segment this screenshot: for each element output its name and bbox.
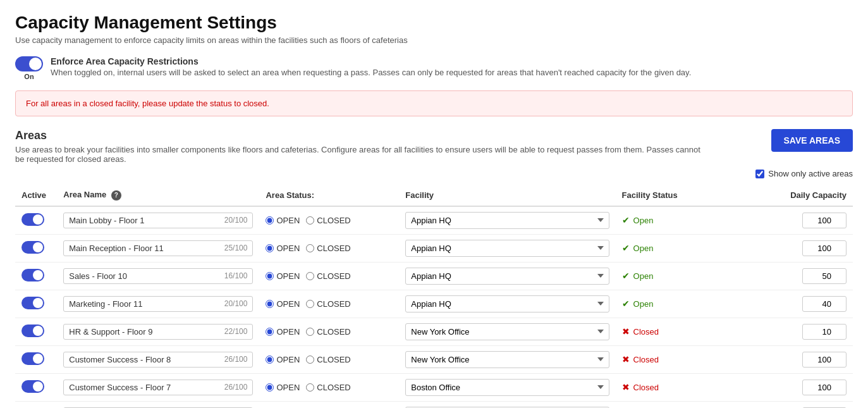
facility-open-icon: ✔	[622, 271, 630, 281]
status-closed-option[interactable]: CLOSED	[306, 383, 350, 392]
status-open-option[interactable]: OPEN	[266, 271, 300, 281]
status-closed-radio[interactable]	[306, 328, 314, 336]
areas-title: Areas	[15, 129, 711, 142]
status-open-option[interactable]: OPEN	[266, 216, 300, 225]
facility-status-text: Open	[633, 244, 654, 253]
page-title: Capacity Management Settings	[15, 13, 853, 33]
status-open-option[interactable]: OPEN	[266, 355, 300, 364]
facility-select[interactable]: Appian HQNew York OfficeBoston Office	[405, 351, 609, 368]
status-open-label: OPEN	[276, 244, 300, 253]
area-status-radio-group: OPEN CLOSED	[266, 355, 393, 364]
area-status-radio-group: OPEN CLOSED	[266, 271, 393, 281]
status-open-radio[interactable]	[266, 272, 274, 280]
area-name-text: Marketing - Floor 11	[69, 299, 142, 309]
area-status-radio-group: OPEN CLOSED	[266, 216, 393, 225]
status-closed-radio[interactable]	[306, 244, 314, 252]
status-closed-label: CLOSED	[317, 383, 350, 392]
daily-capacity-input[interactable]	[802, 268, 847, 284]
row-active-toggle[interactable]	[21, 352, 44, 365]
facility-status-cell: ✔ Open	[622, 243, 777, 253]
area-usage: 16/100	[224, 271, 248, 280]
status-open-label: OPEN	[276, 327, 300, 337]
toggle-text: Enforce Area Capacity Restrictions When …	[51, 56, 691, 77]
facility-select[interactable]: Appian HQNew York OfficeBoston Office	[405, 379, 609, 396]
row-toggle-knob	[33, 242, 43, 252]
facility-select[interactable]: Appian HQNew York OfficeBoston Office	[405, 240, 609, 257]
daily-capacity-input[interactable]	[802, 324, 847, 340]
status-closed-option[interactable]: CLOSED	[306, 271, 350, 281]
header-area-name: Area Name ?	[57, 185, 259, 206]
header-daily-capacity: Daily Capacity	[783, 185, 853, 206]
enforce-toggle[interactable]	[15, 56, 43, 71]
facility-select[interactable]: Appian HQNew York OfficeBoston Office	[405, 212, 609, 229]
status-open-option[interactable]: OPEN	[266, 327, 300, 337]
save-areas-button[interactable]: SAVE AREAS	[771, 129, 853, 152]
status-open-radio[interactable]	[266, 383, 274, 392]
status-closed-radio[interactable]	[306, 300, 314, 308]
facility-status-cell: ✖ Closed	[622, 382, 777, 392]
row-active-toggle[interactable]	[21, 213, 44, 226]
status-closed-radio[interactable]	[306, 355, 314, 364]
facility-status-cell: ✔ Open	[622, 271, 777, 281]
row-active-toggle[interactable]	[21, 380, 44, 393]
status-closed-label: CLOSED	[317, 244, 350, 253]
status-open-option[interactable]: OPEN	[266, 299, 300, 309]
status-open-radio[interactable]	[266, 244, 274, 252]
status-open-radio[interactable]	[266, 300, 274, 308]
status-closed-option[interactable]: CLOSED	[306, 244, 350, 253]
area-name-cell: HR & Support - Floor 9 22/100	[63, 324, 253, 340]
facility-closed-icon: ✖	[622, 382, 630, 392]
header-facility: Facility	[399, 185, 615, 206]
show-active-checkbox[interactable]	[755, 170, 764, 178]
row-active-toggle[interactable]	[21, 269, 44, 281]
status-open-radio[interactable]	[266, 328, 274, 336]
status-open-radio[interactable]	[266, 216, 274, 225]
row-toggle-knob	[33, 298, 43, 308]
facility-select[interactable]: Appian HQNew York OfficeBoston Office	[405, 323, 609, 340]
area-usage: 22/100	[224, 327, 248, 336]
table-header: Active Area Name ? Area Status: Facility…	[15, 185, 853, 206]
area-usage: 25/100	[224, 244, 248, 252]
show-active-label[interactable]: Show only active areas	[768, 169, 853, 178]
status-closed-radio[interactable]	[306, 216, 314, 225]
daily-capacity-input[interactable]	[802, 213, 847, 228]
facility-status-cell: ✔ Open	[622, 215, 777, 225]
area-status-radio-group: OPEN CLOSED	[266, 327, 393, 337]
header-facility-status: Facility Status	[616, 185, 783, 206]
row-active-toggle[interactable]	[21, 241, 44, 254]
enforce-toggle-section: On Enforce Area Capacity Restrictions Wh…	[15, 56, 853, 80]
header-row: Active Area Name ? Area Status: Facility…	[15, 185, 853, 206]
facility-status-cell: ✖ Closed	[622, 354, 777, 364]
area-name-text: Main Lobby - Floor 1	[69, 216, 144, 225]
status-open-radio[interactable]	[266, 355, 274, 364]
row-active-toggle[interactable]	[21, 325, 44, 337]
status-open-option[interactable]: OPEN	[266, 244, 300, 253]
daily-capacity-input[interactable]	[802, 296, 847, 312]
area-name-help-icon[interactable]: ?	[111, 190, 121, 201]
row-toggle-knob	[33, 381, 43, 392]
status-closed-option[interactable]: CLOSED	[306, 355, 350, 364]
status-closed-radio[interactable]	[306, 383, 314, 392]
facility-select[interactable]: Appian HQNew York OfficeBoston Office	[405, 268, 609, 285]
area-usage: 26/100	[224, 383, 248, 392]
status-open-label: OPEN	[276, 299, 300, 309]
daily-capacity-input[interactable]	[802, 380, 847, 395]
status-open-option[interactable]: OPEN	[266, 383, 300, 392]
status-closed-option[interactable]: CLOSED	[306, 216, 350, 225]
status-closed-label: CLOSED	[317, 355, 350, 364]
toggle-description: When toggled on, internal users will be …	[51, 68, 691, 77]
facility-select[interactable]: Appian HQNew York OfficeBoston Office	[405, 295, 609, 312]
status-closed-option[interactable]: CLOSED	[306, 299, 350, 309]
daily-capacity-input[interactable]	[802, 240, 847, 256]
table-row: Main Lobby - Floor 1 20/100 OPEN CLOSED …	[15, 206, 853, 235]
row-active-toggle[interactable]	[21, 297, 44, 309]
daily-capacity-input[interactable]	[802, 352, 847, 368]
show-active-row: Show only active areas	[15, 169, 853, 178]
area-name-cell: Customer Success - Floor 7 26/100	[63, 380, 253, 395]
status-closed-label: CLOSED	[317, 299, 350, 309]
toggle-title: Enforce Area Capacity Restrictions	[51, 56, 691, 66]
status-closed-label: CLOSED	[317, 327, 350, 337]
facility-status-cell: ✔ Open	[622, 299, 777, 309]
status-closed-radio[interactable]	[306, 272, 314, 280]
status-closed-option[interactable]: CLOSED	[306, 327, 350, 337]
